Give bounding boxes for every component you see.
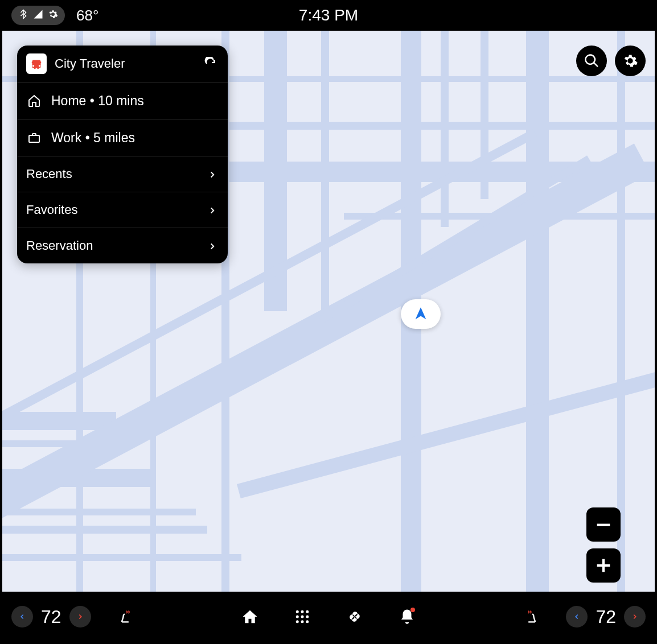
temp-up-right[interactable] [624,606,646,628]
climate-temp-left: 72 [41,606,61,628]
chevron-right-icon [207,240,219,251]
temp-up-left[interactable] [69,606,91,628]
notifications-button[interactable] [398,608,416,626]
signal-icon [33,9,43,22]
climate-right: 72 [523,606,646,628]
nav-panel-header: City Traveler [17,46,228,82]
status-indicators [11,6,65,25]
bottom-bar: 72 72 [0,592,657,642]
settings-button[interactable] [615,46,646,76]
svg-point-11 [301,620,304,623]
bluetooth-icon [18,9,28,22]
svg-point-7 [296,616,299,618]
nav-item-reservation[interactable]: Reservation [17,228,228,263]
svg-rect-0 [29,135,39,142]
zoom-controls [586,507,621,583]
svg-point-6 [306,610,309,613]
temp-down-left[interactable] [11,606,33,628]
zoom-in-button[interactable] [586,548,621,583]
refresh-button[interactable] [203,56,219,72]
fan-button[interactable] [346,608,364,626]
apps-button[interactable] [293,608,311,626]
svg-point-9 [306,616,309,618]
svg-rect-3 [602,559,605,572]
nav-item-work[interactable]: Work • 5 miles [17,119,228,156]
outside-temperature: 68° [76,7,98,24]
chevron-right-icon [207,204,219,216]
svg-point-10 [296,620,299,623]
nav-item-label: Home • 10 mins [51,93,219,109]
svg-point-4 [296,610,299,613]
notification-dot [410,608,415,612]
svg-rect-1 [597,524,610,526]
chevron-right-icon [207,168,219,180]
nav-item-favorites[interactable]: Favorites [17,192,228,228]
svg-point-8 [301,616,304,618]
search-button[interactable] [576,46,607,76]
app-title: City Traveler [55,56,203,71]
map-action-buttons [576,46,646,76]
current-location-marker[interactable] [401,299,441,329]
svg-point-12 [306,620,309,623]
gear-icon [48,9,58,22]
home-icon [26,93,42,109]
seat-heat-left-icon[interactable] [116,608,134,626]
map-view[interactable]: City Traveler Home • 10 mins Work • 5 mi… [2,31,655,592]
svg-point-5 [301,610,304,613]
nav-item-recents[interactable]: Recents [17,156,228,192]
climate-left: 72 [11,606,134,628]
nav-item-label: Work • 5 miles [51,130,219,146]
home-button[interactable] [241,608,259,626]
climate-temp-right: 72 [596,606,616,628]
navigation-panel: City Traveler Home • 10 mins Work • 5 mi… [17,46,228,263]
seat-heat-right-icon[interactable] [523,608,541,626]
clock: 7:43 PM [299,6,358,24]
center-controls [241,608,416,626]
status-bar: 68° 7:43 PM [0,0,657,31]
zoom-out-button[interactable] [586,507,621,542]
nav-item-label: Recents [26,167,207,181]
nav-item-home[interactable]: Home • 10 mins [17,82,228,119]
nav-item-label: Reservation [26,238,207,253]
nav-item-label: Favorites [26,203,207,217]
briefcase-icon [26,130,42,146]
temp-down-right[interactable] [566,606,588,628]
app-icon [26,53,47,74]
